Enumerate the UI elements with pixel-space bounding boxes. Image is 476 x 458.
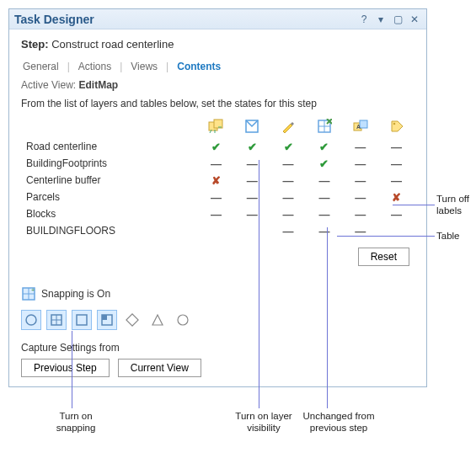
snapping-icon: + (21, 286, 36, 301)
state-cell[interactable]: ✘ (198, 172, 234, 189)
tab-views[interactable]: Views (129, 59, 159, 74)
callout-line (327, 227, 328, 408)
tab-contents[interactable]: Contents (175, 59, 222, 74)
state-cell[interactable]: — (234, 155, 270, 172)
callout-line (72, 331, 72, 408)
state-none-icon: — (211, 208, 222, 221)
layer-name: BuildingFootprints (21, 155, 198, 172)
state-cell[interactable]: — (234, 189, 270, 205)
vertex-snap-button[interactable] (147, 310, 168, 330)
reset-button[interactable]: Reset (358, 248, 409, 266)
state-cell[interactable]: ✔ (198, 138, 234, 155)
col-labels-icon: A (342, 116, 378, 138)
state-xmark-icon: ✘ (211, 174, 221, 187)
state-cell[interactable]: ✔ (306, 155, 342, 172)
state-none-icon: — (355, 157, 366, 170)
state-cell[interactable]: — (342, 138, 378, 155)
state-cell[interactable]: ✔ (234, 138, 270, 155)
state-cell[interactable]: — (378, 205, 414, 222)
state-cell[interactable]: — (342, 205, 378, 222)
state-cell[interactable]: — (270, 222, 307, 239)
state-cell[interactable]: — (378, 155, 414, 172)
state-none-icon: — (391, 157, 402, 170)
tangent-snap-button[interactable] (173, 310, 193, 330)
callout-turn-off-labels: Turn offlabels (436, 193, 475, 217)
callout-turn-on-visibility: Turn on layervisibility (226, 410, 302, 434)
end-snap-button[interactable] (97, 310, 117, 330)
col-editable-icon (270, 116, 307, 138)
state-none-icon: — (355, 174, 366, 187)
svg-point-11 (393, 122, 395, 125)
snapping-header: + Snapping is On (21, 286, 414, 301)
midpoint-snap-icon (125, 312, 140, 328)
state-check-icon: ✔ (284, 141, 293, 153)
state-cell[interactable]: — (270, 189, 307, 205)
dropdown-icon[interactable]: ▾ (374, 13, 388, 26)
state-cell[interactable]: — (306, 205, 342, 222)
state-check-icon: ✔ (319, 141, 329, 153)
state-cell[interactable]: — (234, 205, 270, 222)
table-row: Centerline buffer✘————— (21, 172, 414, 189)
tab-general[interactable]: General (21, 59, 61, 74)
state-none-icon: — (283, 157, 294, 170)
state-cell[interactable]: — (270, 205, 307, 222)
state-cell[interactable] (198, 222, 234, 239)
intersection-snap-icon (49, 312, 64, 328)
state-cell[interactable]: — (342, 189, 378, 205)
state-cell[interactable]: — (378, 172, 414, 189)
edge-snap-icon (74, 312, 89, 328)
state-cell[interactable]: — (342, 172, 378, 189)
intersection-snap-button[interactable] (46, 310, 67, 330)
state-cell[interactable]: — (198, 205, 234, 222)
state-cell[interactable]: — (270, 155, 307, 172)
step-name: Construct road centerline (51, 38, 174, 51)
active-view-label: Active View: (21, 79, 76, 91)
state-cell[interactable] (234, 222, 270, 239)
snapping-tools (21, 310, 414, 330)
state-none-icon: — (211, 191, 222, 204)
table-row: BuildingFootprints———✔—— (21, 155, 414, 172)
step-row: Step: Construct road centerline (21, 38, 414, 51)
titlebar: Task Designer ? ▾ ▢ ✕ (9, 9, 426, 29)
state-cell[interactable] (378, 222, 414, 239)
state-cell[interactable]: — (306, 222, 342, 239)
callout-line (337, 236, 435, 237)
state-cell[interactable]: — (234, 172, 270, 189)
state-cell[interactable]: — (270, 172, 307, 189)
state-cell[interactable]: ✔ (306, 138, 342, 155)
vertex-snap-icon (150, 312, 165, 328)
maximize-icon[interactable]: ▢ (391, 13, 404, 26)
state-cell[interactable]: — (342, 222, 378, 239)
layer-name: Parcels (21, 189, 198, 205)
layer-name: Blocks (21, 205, 198, 222)
state-cell[interactable]: — (198, 155, 234, 172)
state-cell[interactable]: — (378, 138, 414, 155)
point-snap-button[interactable] (21, 310, 41, 330)
previous-step-button[interactable]: Previous Step (21, 359, 110, 377)
state-none-icon: — (355, 141, 366, 153)
state-none-icon: — (247, 208, 258, 221)
state-none-icon: — (283, 208, 294, 221)
tangent-snap-icon (175, 312, 190, 328)
state-check-icon: ✔ (211, 141, 221, 153)
edge-snap-button[interactable] (72, 310, 92, 330)
state-check-icon: ✔ (319, 157, 329, 170)
midpoint-snap-button[interactable] (122, 310, 142, 330)
state-cell[interactable]: — (198, 189, 234, 205)
svg-rect-20 (77, 315, 87, 325)
state-none-icon: — (283, 174, 294, 187)
current-view-button[interactable]: Current View (118, 359, 201, 377)
tab-actions[interactable]: Actions (77, 59, 113, 74)
state-cell[interactable]: ✔ (270, 138, 307, 155)
svg-point-24 (178, 315, 188, 325)
state-none-icon: — (355, 191, 366, 204)
active-view-value: EditMap (78, 79, 118, 91)
state-cell[interactable]: — (306, 172, 342, 189)
help-icon[interactable]: ? (357, 13, 371, 26)
callout-line (393, 205, 435, 205)
close-icon[interactable]: ✕ (408, 13, 421, 26)
state-cell[interactable]: ✘ (378, 189, 414, 205)
state-xmark-icon: ✘ (392, 191, 401, 204)
state-cell[interactable]: — (342, 155, 378, 172)
state-cell[interactable]: — (306, 189, 342, 205)
